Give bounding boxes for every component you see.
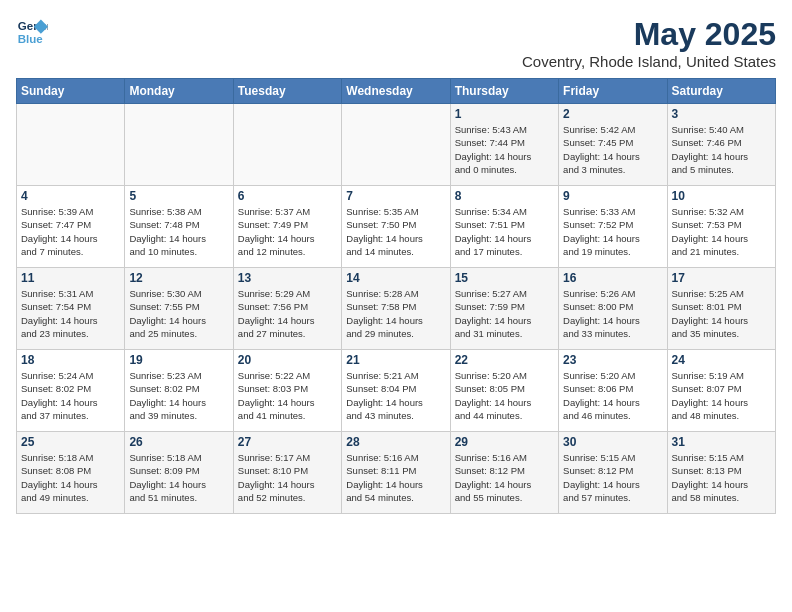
calendar-cell: 26Sunrise: 5:18 AM Sunset: 8:09 PM Dayli…	[125, 432, 233, 514]
day-number: 18	[21, 353, 120, 367]
day-number: 19	[129, 353, 228, 367]
calendar-cell: 2Sunrise: 5:42 AM Sunset: 7:45 PM Daylig…	[559, 104, 667, 186]
title-block: May 2025 Coventry, Rhode Island, United …	[522, 16, 776, 70]
cell-content: Sunrise: 5:31 AM Sunset: 7:54 PM Dayligh…	[21, 287, 120, 340]
logo: General Blue	[16, 16, 48, 48]
weekday-header-sunday: Sunday	[17, 79, 125, 104]
calendar-week-2: 4Sunrise: 5:39 AM Sunset: 7:47 PM Daylig…	[17, 186, 776, 268]
cell-content: Sunrise: 5:18 AM Sunset: 8:09 PM Dayligh…	[129, 451, 228, 504]
day-number: 28	[346, 435, 445, 449]
calendar-cell	[17, 104, 125, 186]
calendar-week-5: 25Sunrise: 5:18 AM Sunset: 8:08 PM Dayli…	[17, 432, 776, 514]
cell-content: Sunrise: 5:32 AM Sunset: 7:53 PM Dayligh…	[672, 205, 771, 258]
calendar-cell: 18Sunrise: 5:24 AM Sunset: 8:02 PM Dayli…	[17, 350, 125, 432]
calendar-cell: 28Sunrise: 5:16 AM Sunset: 8:11 PM Dayli…	[342, 432, 450, 514]
day-number: 10	[672, 189, 771, 203]
calendar-cell: 15Sunrise: 5:27 AM Sunset: 7:59 PM Dayli…	[450, 268, 558, 350]
calendar-cell: 22Sunrise: 5:20 AM Sunset: 8:05 PM Dayli…	[450, 350, 558, 432]
cell-content: Sunrise: 5:21 AM Sunset: 8:04 PM Dayligh…	[346, 369, 445, 422]
day-number: 30	[563, 435, 662, 449]
calendar-cell	[233, 104, 341, 186]
calendar-cell: 5Sunrise: 5:38 AM Sunset: 7:48 PM Daylig…	[125, 186, 233, 268]
weekday-header-tuesday: Tuesday	[233, 79, 341, 104]
logo-icon: General Blue	[16, 16, 48, 48]
calendar-cell: 21Sunrise: 5:21 AM Sunset: 8:04 PM Dayli…	[342, 350, 450, 432]
calendar-cell: 6Sunrise: 5:37 AM Sunset: 7:49 PM Daylig…	[233, 186, 341, 268]
day-number: 13	[238, 271, 337, 285]
calendar-header: SundayMondayTuesdayWednesdayThursdayFrid…	[17, 79, 776, 104]
calendar-week-4: 18Sunrise: 5:24 AM Sunset: 8:02 PM Dayli…	[17, 350, 776, 432]
location-title: Coventry, Rhode Island, United States	[522, 53, 776, 70]
cell-content: Sunrise: 5:26 AM Sunset: 8:00 PM Dayligh…	[563, 287, 662, 340]
cell-content: Sunrise: 5:19 AM Sunset: 8:07 PM Dayligh…	[672, 369, 771, 422]
calendar-cell	[125, 104, 233, 186]
day-number: 9	[563, 189, 662, 203]
svg-text:Blue: Blue	[18, 33, 44, 45]
calendar-cell: 20Sunrise: 5:22 AM Sunset: 8:03 PM Dayli…	[233, 350, 341, 432]
cell-content: Sunrise: 5:24 AM Sunset: 8:02 PM Dayligh…	[21, 369, 120, 422]
cell-content: Sunrise: 5:20 AM Sunset: 8:05 PM Dayligh…	[455, 369, 554, 422]
calendar-table: SundayMondayTuesdayWednesdayThursdayFrid…	[16, 78, 776, 514]
calendar-cell: 14Sunrise: 5:28 AM Sunset: 7:58 PM Dayli…	[342, 268, 450, 350]
cell-content: Sunrise: 5:16 AM Sunset: 8:11 PM Dayligh…	[346, 451, 445, 504]
page-header: General Blue May 2025 Coventry, Rhode Is…	[16, 16, 776, 70]
day-number: 25	[21, 435, 120, 449]
cell-content: Sunrise: 5:38 AM Sunset: 7:48 PM Dayligh…	[129, 205, 228, 258]
day-number: 15	[455, 271, 554, 285]
cell-content: Sunrise: 5:23 AM Sunset: 8:02 PM Dayligh…	[129, 369, 228, 422]
cell-content: Sunrise: 5:30 AM Sunset: 7:55 PM Dayligh…	[129, 287, 228, 340]
cell-content: Sunrise: 5:20 AM Sunset: 8:06 PM Dayligh…	[563, 369, 662, 422]
day-number: 4	[21, 189, 120, 203]
cell-content: Sunrise: 5:42 AM Sunset: 7:45 PM Dayligh…	[563, 123, 662, 176]
day-number: 2	[563, 107, 662, 121]
cell-content: Sunrise: 5:35 AM Sunset: 7:50 PM Dayligh…	[346, 205, 445, 258]
month-title: May 2025	[522, 16, 776, 53]
day-number: 29	[455, 435, 554, 449]
calendar-cell: 9Sunrise: 5:33 AM Sunset: 7:52 PM Daylig…	[559, 186, 667, 268]
calendar-week-3: 11Sunrise: 5:31 AM Sunset: 7:54 PM Dayli…	[17, 268, 776, 350]
cell-content: Sunrise: 5:29 AM Sunset: 7:56 PM Dayligh…	[238, 287, 337, 340]
day-number: 6	[238, 189, 337, 203]
day-number: 16	[563, 271, 662, 285]
calendar-cell: 4Sunrise: 5:39 AM Sunset: 7:47 PM Daylig…	[17, 186, 125, 268]
cell-content: Sunrise: 5:39 AM Sunset: 7:47 PM Dayligh…	[21, 205, 120, 258]
weekday-header-saturday: Saturday	[667, 79, 775, 104]
calendar-body: 1Sunrise: 5:43 AM Sunset: 7:44 PM Daylig…	[17, 104, 776, 514]
calendar-cell: 10Sunrise: 5:32 AM Sunset: 7:53 PM Dayli…	[667, 186, 775, 268]
weekday-header-wednesday: Wednesday	[342, 79, 450, 104]
calendar-cell: 16Sunrise: 5:26 AM Sunset: 8:00 PM Dayli…	[559, 268, 667, 350]
day-number: 3	[672, 107, 771, 121]
calendar-cell: 11Sunrise: 5:31 AM Sunset: 7:54 PM Dayli…	[17, 268, 125, 350]
calendar-cell: 30Sunrise: 5:15 AM Sunset: 8:12 PM Dayli…	[559, 432, 667, 514]
cell-content: Sunrise: 5:22 AM Sunset: 8:03 PM Dayligh…	[238, 369, 337, 422]
calendar-cell: 17Sunrise: 5:25 AM Sunset: 8:01 PM Dayli…	[667, 268, 775, 350]
cell-content: Sunrise: 5:16 AM Sunset: 8:12 PM Dayligh…	[455, 451, 554, 504]
day-number: 7	[346, 189, 445, 203]
calendar-cell: 23Sunrise: 5:20 AM Sunset: 8:06 PM Dayli…	[559, 350, 667, 432]
day-number: 23	[563, 353, 662, 367]
cell-content: Sunrise: 5:25 AM Sunset: 8:01 PM Dayligh…	[672, 287, 771, 340]
cell-content: Sunrise: 5:43 AM Sunset: 7:44 PM Dayligh…	[455, 123, 554, 176]
calendar-cell: 3Sunrise: 5:40 AM Sunset: 7:46 PM Daylig…	[667, 104, 775, 186]
calendar-cell: 24Sunrise: 5:19 AM Sunset: 8:07 PM Dayli…	[667, 350, 775, 432]
day-number: 11	[21, 271, 120, 285]
day-number: 24	[672, 353, 771, 367]
day-number: 8	[455, 189, 554, 203]
calendar-cell: 29Sunrise: 5:16 AM Sunset: 8:12 PM Dayli…	[450, 432, 558, 514]
cell-content: Sunrise: 5:27 AM Sunset: 7:59 PM Dayligh…	[455, 287, 554, 340]
cell-content: Sunrise: 5:15 AM Sunset: 8:13 PM Dayligh…	[672, 451, 771, 504]
calendar-cell: 12Sunrise: 5:30 AM Sunset: 7:55 PM Dayli…	[125, 268, 233, 350]
weekday-header-friday: Friday	[559, 79, 667, 104]
cell-content: Sunrise: 5:40 AM Sunset: 7:46 PM Dayligh…	[672, 123, 771, 176]
weekday-header-row: SundayMondayTuesdayWednesdayThursdayFrid…	[17, 79, 776, 104]
cell-content: Sunrise: 5:33 AM Sunset: 7:52 PM Dayligh…	[563, 205, 662, 258]
calendar-cell: 8Sunrise: 5:34 AM Sunset: 7:51 PM Daylig…	[450, 186, 558, 268]
calendar-cell: 31Sunrise: 5:15 AM Sunset: 8:13 PM Dayli…	[667, 432, 775, 514]
cell-content: Sunrise: 5:37 AM Sunset: 7:49 PM Dayligh…	[238, 205, 337, 258]
weekday-header-thursday: Thursday	[450, 79, 558, 104]
day-number: 22	[455, 353, 554, 367]
day-number: 31	[672, 435, 771, 449]
calendar-cell	[342, 104, 450, 186]
calendar-cell: 1Sunrise: 5:43 AM Sunset: 7:44 PM Daylig…	[450, 104, 558, 186]
cell-content: Sunrise: 5:34 AM Sunset: 7:51 PM Dayligh…	[455, 205, 554, 258]
